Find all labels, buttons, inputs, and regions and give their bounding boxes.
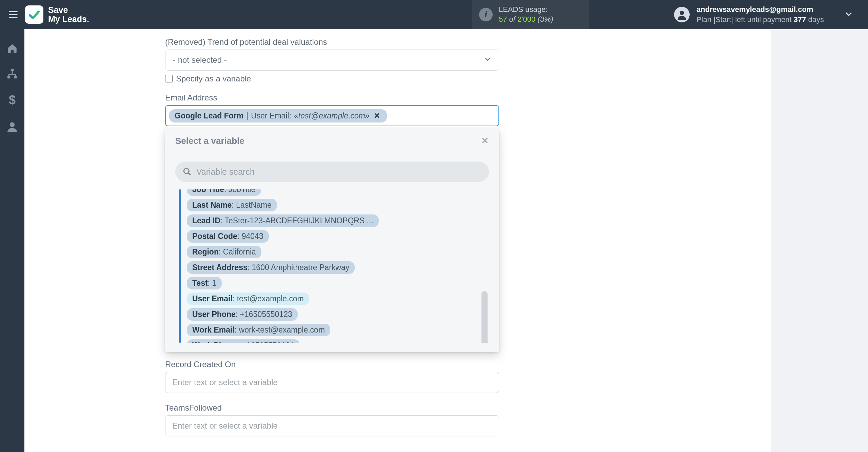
user-text: andrewsavemyleads@gmail.com Plan |Start|… — [696, 4, 824, 24]
chevron-down-icon — [844, 10, 853, 18]
variable-option[interactable]: User Phone: +16505550123 — [187, 308, 298, 321]
search-icon — [183, 167, 192, 176]
variable-option-value: : 1 — [208, 279, 217, 287]
variable-option[interactable]: User Email: test@example.com — [187, 293, 309, 305]
variable-list: Job Title: JobTitleLast Name: LastNameLe… — [187, 189, 489, 343]
variable-option-value: : California — [219, 247, 256, 256]
variable-option-value: : 94043 — [237, 232, 263, 241]
variable-option-value: : +16505550123 — [236, 310, 292, 319]
content-panel: (Removed) Trend of potential deal valuat… — [24, 29, 771, 452]
email-variable-token[interactable]: Google Lead Form | User Email: «test@exa… — [169, 109, 387, 123]
variable-option[interactable]: Region: California — [187, 246, 261, 258]
user-email: andrewsavemyleads@gmail.com — [696, 4, 824, 15]
variable-option-value: : TeSter-123-ABCDEFGHIJKLMNOPQRS ... — [220, 216, 373, 225]
variable-search[interactable] — [175, 162, 489, 182]
svg-point-4 — [10, 122, 15, 127]
usage-used: 57 — [499, 15, 507, 23]
svg-line-8 — [188, 173, 191, 175]
variable-picker: Select a variable Job Title: JobTitleLas… — [165, 128, 499, 352]
variable-option-value: : LastName — [232, 201, 272, 209]
checkmark-icon — [28, 9, 40, 20]
info-icon: i — [479, 8, 493, 21]
profile-icon[interactable] — [6, 121, 18, 132]
variable-picker-title: Select a variable — [175, 136, 244, 146]
form-column: (Removed) Trend of potential deal valuat… — [165, 29, 499, 436]
app-header: Save My Leads i LEADS usage: 57 of 2'000… — [0, 0, 868, 29]
user-menu-toggle[interactable] — [844, 10, 853, 20]
variable-option-value: : +16505550124 — [238, 341, 294, 343]
token-source: Google Lead Form — [175, 111, 243, 120]
app-logo — [25, 5, 43, 24]
usage-values: 57 of 2'000 (3%) — [499, 15, 553, 24]
variable-option[interactable]: Test: 1 — [187, 277, 222, 289]
plan-days: 377 — [794, 15, 806, 24]
plan-prefix: Plan |Start| left until payment — [696, 15, 794, 24]
teams-followed-placeholder: Enter text or select a variable — [172, 421, 278, 431]
variable-option[interactable]: Work Phone: +16505550124 — [187, 339, 300, 343]
brand-line1: Save — [48, 5, 89, 15]
specify-variable-checkbox[interactable] — [165, 75, 173, 82]
variable-option-key: Region — [192, 247, 219, 256]
record-created-input[interactable]: Enter text or select a variable — [165, 372, 499, 393]
variable-option-key: Street Address — [192, 263, 248, 272]
variable-option[interactable]: Last Name: LastName — [187, 199, 277, 211]
variable-option[interactable]: Work Email: work-test@example.com — [187, 324, 330, 336]
field-label-record-created: Record Created On — [165, 360, 499, 369]
svg-rect-3 — [14, 76, 17, 78]
svg-rect-2 — [7, 76, 10, 78]
usage-total: 2'000 — [517, 15, 535, 23]
token-field: User Email: — [251, 111, 291, 120]
close-icon — [481, 136, 489, 145]
user-icon — [677, 10, 687, 20]
variable-option[interactable]: Postal Code: 94043 — [187, 230, 269, 243]
variable-option-value: : work-test@example.com — [235, 325, 325, 334]
variable-option[interactable]: Job Title: JobTitle — [187, 189, 261, 196]
variable-picker-close[interactable] — [481, 136, 489, 146]
avatar — [674, 7, 690, 22]
variable-option-value: : test@example.com — [233, 294, 304, 303]
variable-option-key: User Email — [192, 294, 233, 303]
svg-point-7 — [184, 168, 189, 173]
variable-option-key: Lead ID — [192, 216, 220, 225]
variable-search-input[interactable] — [196, 167, 481, 177]
user-menu[interactable]: andrewsavemyleads@gmail.com Plan |Start|… — [674, 0, 853, 29]
scrollbar-thumb[interactable] — [481, 291, 488, 343]
usage-panel: i LEADS usage: 57 of 2'000 (3%) — [472, 0, 589, 29]
variable-option-key: Work Phone — [192, 341, 238, 343]
variable-option-key: Work Email — [192, 325, 235, 334]
token-value: «test@example.com» — [294, 111, 370, 120]
user-plan: Plan |Start| left until payment 377 days — [696, 15, 824, 25]
sitemap-icon[interactable] — [6, 68, 18, 79]
specify-variable-label: Specify as a variable — [176, 74, 251, 83]
svg-point-0 — [680, 11, 684, 15]
field-label-email: Email Address — [165, 93, 499, 102]
removed-trend-value: - not selected - — [173, 55, 227, 65]
variable-option-key: User Phone — [192, 310, 236, 319]
usage-label: LEADS usage: — [499, 5, 553, 15]
token-sep: | — [246, 111, 248, 120]
plan-suffix: days — [806, 15, 824, 24]
specify-variable-row[interactable]: Specify as a variable — [165, 74, 499, 83]
variable-option[interactable]: Street Address: 1600 Amphitheatre Parkwa… — [187, 261, 355, 274]
field-label-teams-followed: TeamsFollowed — [165, 403, 499, 413]
menu-toggle[interactable] — [6, 7, 20, 22]
email-address-field[interactable]: Google Lead Form | User Email: «test@exa… — [165, 105, 499, 126]
usage-pct: (3%) — [537, 15, 553, 23]
variable-option[interactable]: Lead ID: TeSter-123-ABCDEFGHIJKLMNOPQRS … — [187, 214, 379, 227]
field-label-removed-trend: (Removed) Trend of potential deal valuat… — [165, 37, 499, 47]
record-created-placeholder: Enter text or select a variable — [172, 378, 278, 387]
removed-trend-select[interactable]: - not selected - — [165, 50, 499, 71]
token-remove[interactable]: ✕ — [372, 111, 381, 120]
brand-line2: My Leads — [48, 15, 89, 24]
variable-list-wrap: Job Title: JobTitleLast Name: LastNameLe… — [179, 189, 489, 343]
chevron-down-icon — [484, 55, 491, 65]
variable-option-key: Job Title — [192, 189, 224, 194]
usage-text: LEADS usage: 57 of 2'000 (3%) — [499, 5, 553, 24]
brand-name: Save My Leads — [48, 5, 89, 24]
teams-followed-input[interactable]: Enter text or select a variable — [165, 415, 499, 436]
home-icon[interactable] — [6, 43, 18, 54]
variable-option-key: Postal Code — [192, 232, 237, 241]
billing-icon[interactable]: $ — [9, 93, 16, 107]
variable-option-value: : JobTitle — [224, 189, 255, 194]
usage-of: of — [509, 15, 515, 23]
